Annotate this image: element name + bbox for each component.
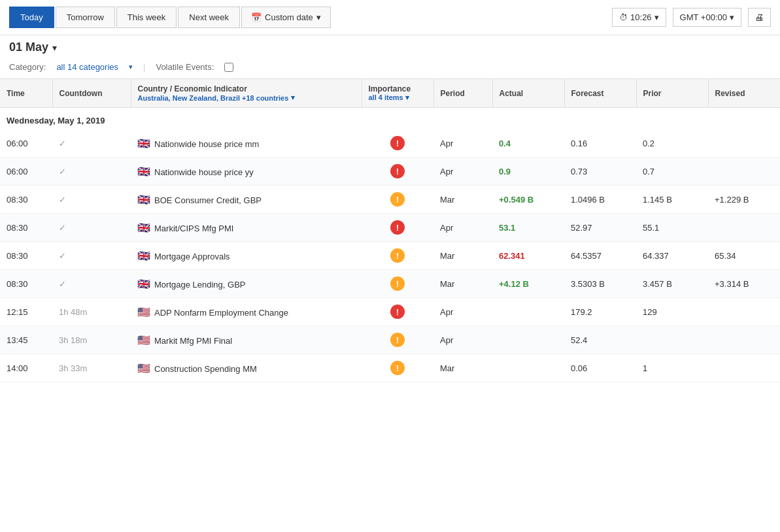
volatile-label: Volatile Events:: [156, 62, 214, 72]
importance-indicator: !: [390, 192, 405, 207]
row-revised: +3.314 B: [708, 270, 780, 298]
clock-icon: ⏱: [619, 12, 628, 22]
tab-this-week[interactable]: This week: [116, 7, 177, 28]
calendar-icon: 📅: [251, 12, 262, 22]
row-revised: [708, 158, 780, 186]
row-forecast: 64.5357: [564, 242, 636, 270]
indicator-name: BOE Consumer Credit, GBP: [154, 195, 262, 205]
country-flag: 🇺🇸: [137, 307, 150, 318]
row-time: 12:15: [0, 298, 52, 326]
row-indicator: 🇬🇧Markit/CIPS Mfg PMI: [131, 214, 362, 242]
volatile-checkbox[interactable]: [224, 63, 233, 72]
row-importance: !: [362, 326, 433, 354]
row-prior: [636, 326, 708, 354]
importance-indicator: !: [390, 164, 405, 178]
table-row[interactable]: 08:30✓🇬🇧Mortgage Lending, GBP!Mar+4.12 B…: [0, 270, 780, 298]
row-indicator: 🇬🇧BOE Consumer Credit, GBP: [131, 186, 362, 214]
row-actual: 62.341: [492, 242, 564, 270]
importance-indicator: !: [390, 333, 405, 347]
nav-tabs: Today Tomorrow This week Next week 📅 Cus…: [9, 7, 331, 28]
date-title[interactable]: 01 May: [9, 41, 48, 54]
indicator-name: Construction Spending MM: [154, 364, 257, 374]
table-header: Time Countdown Country / Economic Indica…: [0, 79, 780, 108]
country-flag: 🇬🇧: [137, 166, 150, 177]
row-revised: +1.229 B: [708, 186, 780, 214]
row-countdown: 3h 18m: [52, 326, 131, 354]
table-row[interactable]: 14:003h 33m🇺🇸Construction Spending MM!Ma…: [0, 354, 780, 382]
category-link[interactable]: all 14 categories: [56, 62, 118, 72]
col-header-countdown: Countdown: [52, 79, 131, 108]
filter-bar: Category: all 14 categories ▾ | Volatile…: [0, 59, 780, 78]
table-body: Wednesday, May 1, 2019 06:00✓🇬🇧Nationwid…: [0, 108, 780, 382]
row-period: Mar: [433, 354, 492, 382]
gmt-control[interactable]: GMT +00:00 ▾: [673, 8, 741, 27]
row-importance: !: [362, 214, 433, 242]
col-header-period: Period: [433, 79, 492, 108]
indicator-name: Nationwide house price yy: [154, 167, 254, 177]
row-indicator: 🇺🇸ADP Nonfarm Employment Change: [131, 298, 362, 326]
indicator-name: Markit Mfg PMI Final: [154, 336, 232, 346]
row-forecast: 179.2: [564, 298, 636, 326]
tab-next-week[interactable]: Next week: [178, 7, 240, 28]
country-flag: 🇬🇧: [137, 250, 150, 261]
time-chevron-icon: ▾: [654, 12, 659, 22]
col-header-revised: Revised: [708, 79, 780, 108]
row-time: 06:00: [0, 158, 52, 186]
row-period: Apr: [433, 214, 492, 242]
category-label: Category:: [9, 62, 46, 72]
importance-sub-filter[interactable]: all 4 items ▾: [369, 93, 427, 102]
tab-today[interactable]: Today: [9, 7, 54, 28]
row-revised: [708, 298, 780, 326]
indicator-name: ADP Nonfarm Employment Change: [154, 308, 288, 318]
row-countdown: 3h 33m: [52, 354, 131, 382]
row-period: Mar: [433, 270, 492, 298]
table-row[interactable]: 08:30✓🇬🇧Mortgage Approvals!Mar62.34164.5…: [0, 242, 780, 270]
row-countdown: ✓: [52, 186, 131, 214]
custom-date-button[interactable]: 📅 Custom date ▾: [241, 7, 331, 28]
date-chevron-icon[interactable]: ▾: [52, 42, 57, 53]
table-row[interactable]: 12:151h 48m🇺🇸ADP Nonfarm Employment Chan…: [0, 298, 780, 326]
time-value: 10:26: [630, 12, 652, 22]
row-prior: 0.7: [636, 158, 708, 186]
row-indicator: 🇬🇧Mortgage Approvals: [131, 242, 362, 270]
row-time: 06:00: [0, 129, 52, 158]
sub-header: 01 May ▾: [0, 35, 780, 59]
row-importance: !: [362, 186, 433, 214]
row-forecast: 1.0496 B: [564, 186, 636, 214]
row-countdown: ✓: [52, 158, 131, 186]
row-countdown: 1h 48m: [52, 298, 131, 326]
table-row[interactable]: 08:30✓🇬🇧BOE Consumer Credit, GBP!Mar+0.5…: [0, 186, 780, 214]
row-time: 08:30: [0, 186, 52, 214]
print-button[interactable]: 🖨: [748, 8, 771, 27]
table-row[interactable]: 06:00✓🇬🇧Nationwide house price mm!Apr0.4…: [0, 129, 780, 158]
row-importance: !: [362, 129, 433, 158]
category-chevron-icon[interactable]: ▾: [129, 63, 133, 71]
row-revised: [708, 326, 780, 354]
row-indicator: 🇺🇸Construction Spending MM: [131, 354, 362, 382]
row-forecast: 0.73: [564, 158, 636, 186]
importance-indicator: !: [390, 361, 405, 375]
row-prior: 129: [636, 298, 708, 326]
row-actual: [492, 298, 564, 326]
row-period: Apr: [433, 326, 492, 354]
row-actual: +4.12 B: [492, 270, 564, 298]
col-header-time: Time: [0, 79, 52, 108]
row-importance: !: [362, 270, 433, 298]
row-actual: +0.549 B: [492, 186, 564, 214]
importance-indicator: !: [390, 276, 405, 291]
table-row[interactable]: 06:00✓🇬🇧Nationwide house price yy!Apr0.9…: [0, 158, 780, 186]
table-row[interactable]: 08:30✓🇬🇧Markit/CIPS Mfg PMI!Apr53.152.97…: [0, 214, 780, 242]
row-time: 08:30: [0, 242, 52, 270]
col-header-prior: Prior: [636, 79, 708, 108]
row-indicator: 🇬🇧Nationwide house price yy: [131, 158, 362, 186]
time-control[interactable]: ⏱ 10:26 ▾: [612, 8, 666, 27]
indicator-sub-filter[interactable]: Australia, New Zealand, Brazil +18 count…: [138, 93, 355, 102]
row-forecast: 0.16: [564, 129, 636, 158]
table-row[interactable]: 13:453h 18m🇺🇸Markit Mfg PMI Final!Apr52.…: [0, 326, 780, 354]
country-flag: 🇺🇸: [137, 363, 150, 374]
indicator-name: Markit/CIPS Mfg PMI: [154, 224, 233, 233]
row-revised: 65.34: [708, 242, 780, 270]
row-indicator: 🇬🇧Nationwide house price mm: [131, 129, 362, 158]
row-forecast: 0.06: [564, 354, 636, 382]
tab-tomorrow[interactable]: Tomorrow: [56, 7, 115, 28]
